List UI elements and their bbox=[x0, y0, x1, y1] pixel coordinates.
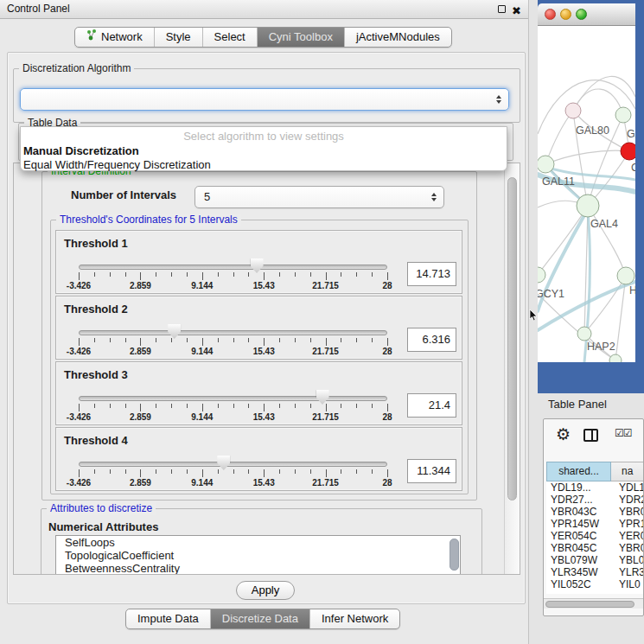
attribute-list-item[interactable]: BetweennessCentrality bbox=[56, 562, 460, 575]
settings-scrollpane: Interval Definition Number of Intervals … bbox=[13, 163, 520, 575]
control-panel: Control Panel ✖ NetworkStyleSelectCyni T… bbox=[0, 0, 529, 644]
attribute-list-item[interactable]: TopologicalCoefficient bbox=[56, 549, 460, 562]
slider-track[interactable] bbox=[79, 330, 387, 335]
table-row[interactable]: YLR345WYLR3 bbox=[546, 566, 644, 578]
slider-handle[interactable] bbox=[217, 456, 230, 470]
algorithm-combobox[interactable] bbox=[20, 88, 509, 111]
table-row[interactable]: YDL19...YDL1 bbox=[546, 481, 644, 494]
table-row[interactable]: YIL052CYIL0 bbox=[546, 578, 644, 590]
table-row[interactable]: YDR27...YDR2 bbox=[546, 494, 644, 506]
threshold-value-field[interactable]: 11.344 bbox=[407, 459, 456, 483]
combo-stepper-icon bbox=[496, 95, 501, 104]
panel-title: Control Panel bbox=[7, 3, 70, 15]
network-window-titlebar bbox=[538, 3, 635, 26]
threshold-label: Threshold 4 bbox=[64, 434, 128, 447]
tab-label: Infer Network bbox=[322, 609, 388, 628]
slider-ticks bbox=[79, 404, 387, 412]
tab-impute-data[interactable]: Impute Data bbox=[126, 609, 210, 628]
slider-track[interactable] bbox=[79, 396, 387, 401]
column-header-name[interactable]: na bbox=[611, 462, 644, 481]
network-edge[interactable] bbox=[545, 150, 629, 164]
node-red-selected[interactable] bbox=[621, 143, 635, 160]
threshold-value-field[interactable]: 6.316 bbox=[407, 328, 456, 352]
tab-select[interactable]: Select bbox=[202, 28, 257, 47]
node-gal11[interactable] bbox=[538, 156, 554, 173]
cell-shared-name: YBR045C bbox=[546, 542, 611, 554]
node-his[interactable] bbox=[617, 267, 634, 284]
cell-shared-name: YLR345W bbox=[546, 566, 611, 578]
tab-label: Network bbox=[101, 28, 143, 47]
table-horizontal-scrollbar[interactable] bbox=[544, 598, 644, 609]
zoom-light-icon[interactable] bbox=[576, 9, 587, 20]
num-intervals-combobox[interactable]: 5 bbox=[194, 186, 444, 208]
gear-icon[interactable]: ⚙ bbox=[556, 424, 571, 445]
apply-button[interactable]: Apply bbox=[236, 581, 295, 600]
threshold-panel-2: Threshold 2-3.4262.8599.14415.4321.71528… bbox=[55, 296, 462, 360]
network-canvas[interactable]: GAL80GACGAL11GAL4GCY1HHAP2 bbox=[538, 26, 635, 362]
table-row[interactable]: YBR045CYBR0 bbox=[546, 542, 644, 554]
attribute-list-item[interactable]: SelfLoops bbox=[56, 536, 460, 549]
slider-axis-labels: -3.4262.8599.14415.4321.71528 bbox=[79, 478, 387, 488]
checkboxes-icon[interactable]: ☑☑ bbox=[615, 427, 632, 439]
table-row[interactable]: YBR043CYBR0 bbox=[546, 506, 644, 518]
dropdown-option-equal-width[interactable]: Equal Width/Frequency Discretization bbox=[21, 158, 507, 172]
node-green[interactable] bbox=[615, 107, 631, 123]
slider-axis-labels: -3.4262.8599.14415.4321.71528 bbox=[79, 347, 387, 357]
tab-cyni-toolbox[interactable]: Cyni Toolbox bbox=[257, 28, 344, 47]
node-label: H bbox=[629, 284, 635, 296]
cell-shared-name: YPR145W bbox=[546, 518, 611, 530]
algorithm-dropdown-popup: Select algorithm to view settings Manual… bbox=[20, 126, 507, 171]
cell-shared-name: YBR043C bbox=[546, 506, 611, 518]
cell-name: YIL0 bbox=[611, 578, 644, 590]
tab-infer-network[interactable]: Infer Network bbox=[309, 609, 399, 628]
table-row[interactable]: YPR145WYPR1 bbox=[546, 518, 644, 530]
tab-network[interactable]: Network bbox=[75, 28, 154, 47]
slider-handle[interactable] bbox=[316, 390, 329, 405]
tab-jactivemnodules[interactable]: jActiveMNodules bbox=[344, 28, 451, 47]
cell-shared-name: YDL19... bbox=[546, 481, 611, 494]
slider-handle[interactable] bbox=[251, 258, 264, 273]
slider-track[interactable] bbox=[79, 265, 387, 270]
slider-handle[interactable] bbox=[168, 324, 181, 339]
slider-ticks bbox=[79, 272, 387, 281]
threshold-panel-1: Threshold 1-3.4262.8599.14415.4321.71528… bbox=[55, 230, 462, 294]
scrollbar-thumb[interactable] bbox=[545, 601, 634, 608]
settings-vertical-scrollbar[interactable] bbox=[504, 163, 520, 574]
attributes-list-scrollbar[interactable] bbox=[450, 539, 459, 571]
network-tab-icon bbox=[86, 28, 97, 47]
close-icon[interactable]: ✖ bbox=[512, 2, 521, 20]
node-gcy1[interactable] bbox=[538, 267, 545, 283]
table-panel: ⚙ ☑☑ shared... na YDL19...YDL1YDR27...YD… bbox=[543, 418, 644, 616]
numerical-attributes-list[interactable]: SelfLoopsTopologicalCoefficientBetweenne… bbox=[55, 535, 461, 575]
tab-label: Style bbox=[166, 28, 191, 47]
node-hap2[interactable] bbox=[577, 327, 591, 341]
attributes-group-title: Attributes to discretize bbox=[47, 502, 156, 515]
minimize-light-icon[interactable] bbox=[560, 9, 571, 20]
table-body: YDL19...YDL1YDR27...YDR2YBR043CYBR0YPR14… bbox=[546, 481, 644, 594]
slider-ticks bbox=[79, 469, 387, 478]
slider-track[interactable] bbox=[79, 462, 387, 467]
threshold-value-field[interactable]: 21.4 bbox=[407, 393, 456, 418]
network-edge[interactable] bbox=[538, 206, 588, 275]
dropdown-option-manual[interactable]: Manual Discretization bbox=[21, 144, 507, 158]
tab-style[interactable]: Style bbox=[154, 28, 202, 47]
threshold-value-field[interactable]: 14.713 bbox=[407, 262, 456, 286]
float-window-icon[interactable] bbox=[498, 5, 506, 13]
node-label: GA bbox=[627, 128, 635, 140]
node-partial[interactable] bbox=[609, 354, 622, 362]
bottom-tab-bar: Impute DataDiscretize DataInfer Network bbox=[125, 609, 400, 629]
tab-discretize-data[interactable]: Discretize Data bbox=[210, 609, 309, 628]
node-gal80[interactable] bbox=[565, 103, 581, 118]
table-row[interactable]: YER054CYER0 bbox=[546, 530, 644, 542]
cell-shared-name: YDR27... bbox=[546, 494, 611, 506]
columns-icon[interactable] bbox=[583, 429, 598, 442]
node-gal4[interactable] bbox=[577, 194, 599, 217]
close-light-icon[interactable] bbox=[545, 9, 556, 20]
column-header-shared-name[interactable]: shared... bbox=[546, 462, 611, 481]
cell-shared-name: YBL079W bbox=[546, 554, 611, 566]
table-row[interactable]: YBL079WYBL0 bbox=[546, 554, 644, 566]
network-edge[interactable] bbox=[588, 206, 626, 276]
scrollbar-thumb[interactable] bbox=[507, 177, 517, 501]
node-label: GAL4 bbox=[590, 218, 618, 230]
dropdown-prompt: Select algorithm to view settings bbox=[21, 127, 507, 144]
